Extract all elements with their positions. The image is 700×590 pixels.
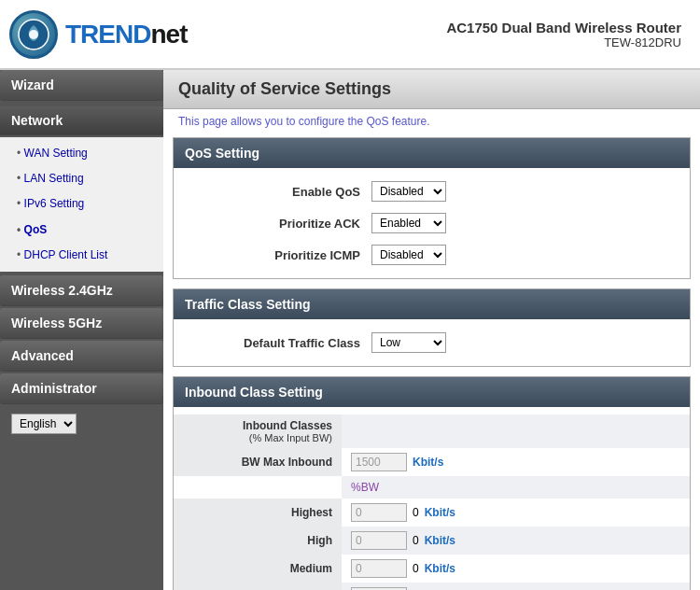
traffic-class-section-body: Default Traffic Class Low High Medium Hi… [174,319,690,366]
traffic-class-section-header: Traffic Class Setting [174,289,690,319]
default-traffic-class-label: Default Traffic Class [185,336,371,350]
enable-qos-row: Enable QoS Disabled Enabled [174,176,690,207]
bw-max-inbound-row: BW Max Inbound 1500 Kbit/s [174,448,690,476]
highest-pct: 0 [413,506,419,519]
prioritize-icmp-select[interactable]: Disabled Enabled [371,245,446,265]
sidebar-item-wireless5[interactable]: Wireless 5GHz [0,308,163,339]
inbound-table: Inbound Classes (% Max Input BW) BW Max … [174,414,690,590]
medium-unit: Kbit/s [425,562,455,575]
logo-icon [9,10,58,59]
inbound-class-section-header: Inbound Class Setting [174,377,690,407]
high-pct: 0 [413,534,419,547]
logo: TRENDnet [9,10,187,59]
sidebar: Wizard Network WAN Setting LAN Setting I… [0,70,163,590]
inbound-class-section-body: Inbound Classes (% Max Input BW) BW Max … [174,407,690,590]
traffic-class-section: Traffic Class Setting Default Traffic Cl… [173,288,691,367]
header: TRENDnet AC1750 Dual Band Wireless Route… [0,0,700,70]
prioritize-ack-label: Prioritize ACK [185,217,371,231]
sidebar-network-submenu: WAN Setting LAN Setting IPv6 Setting QoS… [0,137,163,272]
default-traffic-class-control: Low High Medium Highest [371,332,446,353]
high-data: 0 0 Kbit/s [342,527,690,555]
prioritize-ack-control: Enabled Disabled [371,213,446,233]
prioritize-icmp-control: Disabled Enabled [371,245,446,265]
low-row: Low 0 0 Kbit/s [174,583,690,590]
prioritize-ack-select[interactable]: Enabled Disabled [371,213,446,233]
main-content: Quality of Service Settings This page al… [163,70,700,590]
sidebar-section-network: Network WAN Setting LAN Setting IPv6 Set… [0,103,163,275]
qos-section-header: QoS Setting [174,138,690,168]
sidebar-network-label[interactable]: Network [0,106,163,135]
pct-bw-row: %BW [174,476,690,499]
sidebar-item-dhcp-client[interactable]: DHCP Client List [0,243,163,268]
sidebar-item-administrator[interactable]: Administrator [0,373,163,404]
medium-data: 0 0 Kbit/s [342,555,690,583]
pct-bw-label: %BW [351,481,379,494]
inbound-classes-data [342,414,690,448]
enable-qos-label: Enable QoS [185,185,371,199]
high-input[interactable]: 0 [351,531,407,550]
bw-max-inbound-unit: Kbit/s [413,456,443,469]
highest-label: Highest [174,499,342,527]
language-select[interactable]: English [11,414,77,434]
highest-unit: Kbit/s [425,506,455,519]
sidebar-item-wizard[interactable]: Wizard [0,70,163,101]
main-inner: Quality of Service Settings This page al… [163,70,700,590]
inbound-classes-row: Inbound Classes (% Max Input BW) [174,414,690,448]
bw-max-inbound-label: BW Max Inbound [174,448,342,476]
language-selector-wrap: English [0,406,163,442]
page-title: Quality of Service Settings [163,70,700,109]
sidebar-item-ipv6[interactable]: IPv6 Setting [0,191,163,217]
product-name: AC1750 Dual Band Wireless Router [446,20,681,35]
qos-section-body: Enable QoS Disabled Enabled Prioritize A… [174,168,690,278]
medium-row: Medium 0 0 Kbit/s [174,555,690,583]
bw-max-inbound-input[interactable]: 1500 [351,453,407,471]
qos-setting-section: QoS Setting Enable QoS Disabled Enabled … [173,137,691,279]
sidebar-item-qos[interactable]: QoS [0,218,163,243]
sidebar-item-wireless24[interactable]: Wireless 2.4GHz [0,275,163,306]
enable-qos-control: Disabled Enabled [371,181,446,202]
page-description: This page allows you to configure the Qo… [163,109,700,137]
low-data: 0 0 Kbit/s [342,583,690,590]
prioritize-icmp-label: Prioritize ICMP [185,248,371,262]
low-label: Low [174,583,342,590]
model-number: TEW-812DRU [446,35,681,49]
highest-data: 0 0 Kbit/s [342,499,690,527]
inbound-class-section: Inbound Class Setting Inbound Classes (%… [173,376,691,590]
prioritize-ack-row: Prioritize ACK Enabled Disabled [174,207,690,239]
high-label: High [174,527,342,555]
highest-row: Highest 0 0 Kbit/s [174,499,690,527]
default-traffic-class-row: Default Traffic Class Low High Medium Hi… [174,327,690,358]
sidebar-item-advanced[interactable]: Advanced [0,341,163,372]
highest-input[interactable]: 0 [351,503,407,522]
logo-brand: TRENDnet [65,20,187,49]
default-traffic-class-select[interactable]: Low High Medium Highest [371,332,446,353]
pct-bw-data: %BW [342,476,690,499]
medium-input[interactable]: 0 [351,559,407,578]
inbound-classes-label: Inbound Classes (% Max Input BW) [174,414,342,448]
pct-bw-label-cell [174,476,342,499]
high-row: High 0 0 Kbit/s [174,527,690,555]
prioritize-icmp-row: Prioritize ICMP Disabled Enabled [174,239,690,271]
header-product-info: AC1750 Dual Band Wireless Router TEW-812… [446,20,681,49]
sidebar-item-lan[interactable]: LAN Setting [0,166,163,191]
bw-max-inbound-data: 1500 Kbit/s [342,448,690,476]
svg-point-1 [29,30,38,39]
sidebar-item-wan[interactable]: WAN Setting [0,141,163,166]
enable-qos-select[interactable]: Disabled Enabled [371,181,446,202]
medium-pct: 0 [413,562,419,575]
medium-label: Medium [174,555,342,583]
high-unit: Kbit/s [425,534,455,547]
